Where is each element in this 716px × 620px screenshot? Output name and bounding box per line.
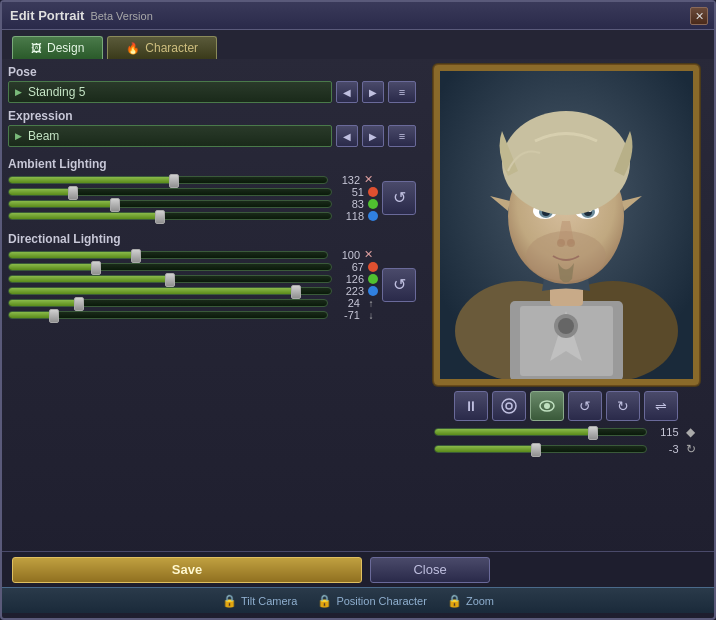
window-subtitle: Beta Version	[90, 10, 152, 22]
dir-icon-1: ✕	[364, 248, 378, 261]
dir-track-5[interactable]	[8, 299, 328, 307]
pose-next-button[interactable]: ▶	[362, 81, 384, 103]
ambient-slider-3: 83	[8, 198, 378, 210]
dir-track-6[interactable]	[8, 311, 328, 319]
portrait-slider-area: 115 ◆ -3 ↻	[434, 425, 699, 459]
ambient-value-3: 83	[336, 198, 364, 210]
ambient-track-4[interactable]	[8, 212, 332, 220]
window-title: Edit Portrait	[10, 8, 84, 23]
pose-value: Standing 5	[28, 85, 85, 99]
tilt-camera-label: Tilt Camera	[241, 595, 297, 607]
undo-portrait-button[interactable]: ↺	[568, 391, 602, 421]
expression-section: Expression Beam ◀ ▶ ≡	[8, 109, 416, 147]
dir-track-2[interactable]	[8, 263, 332, 271]
dir-track-4[interactable]	[8, 287, 332, 295]
ambient-reset-button[interactable]: ↺	[382, 181, 416, 215]
zoom-status-icon: 🔒	[447, 594, 462, 608]
status-tilt-camera: 🔒 Tilt Camera	[222, 594, 297, 608]
zoom-track[interactable]	[434, 428, 647, 436]
ambient-value-2: 51	[336, 186, 364, 198]
position-character-label: Position Character	[336, 595, 427, 607]
position-character-icon: 🔒	[317, 594, 332, 608]
ambient-lighting-label: Ambient Lighting	[8, 157, 416, 171]
ambient-track-2[interactable]	[8, 188, 332, 196]
pose-prev-button[interactable]: ◀	[336, 81, 358, 103]
ambient-lighting-section: Ambient Lighting 132 ✕	[8, 157, 416, 222]
ambient-dot-green	[368, 199, 378, 209]
dir-dot-red	[368, 262, 378, 272]
expression-next-button[interactable]: ▶	[362, 125, 384, 147]
dir-value-2: 67	[336, 261, 364, 273]
dir-value-3: 126	[336, 273, 364, 285]
ambient-dot-red	[368, 187, 378, 197]
ambient-slider-4: 118	[8, 210, 378, 222]
zoom-value: 115	[651, 426, 679, 438]
tab-design[interactable]: 🖼 Design	[12, 36, 103, 59]
close-label: Close	[413, 562, 446, 577]
rotate-value: -3	[651, 443, 679, 455]
dir-value-4: 223	[336, 285, 364, 297]
pause-button[interactable]: ⏸	[454, 391, 488, 421]
ambient-track-1[interactable]	[8, 176, 328, 184]
title-bar: Edit Portrait Beta Version ✕	[2, 2, 714, 30]
zoom-slider-row: 115 ◆	[434, 425, 699, 439]
expression-label: Expression	[8, 109, 416, 123]
close-bottom-button[interactable]: Close	[370, 557, 490, 583]
ambient-value-4: 118	[336, 210, 364, 222]
main-window: Edit Portrait Beta Version ✕ 🖼 Design 🔥 …	[0, 0, 716, 620]
dir-value-6: -71	[332, 309, 360, 321]
redo-portrait-button[interactable]: ↻	[606, 391, 640, 421]
save-label: Save	[172, 562, 202, 577]
dir-track-1[interactable]	[8, 251, 328, 259]
expression-dropdown[interactable]: Beam	[8, 125, 332, 147]
design-tab-label: Design	[47, 41, 84, 55]
tab-bar: 🖼 Design 🔥 Character	[2, 30, 714, 59]
dir-slider-5: 24 ↑	[8, 297, 378, 309]
status-position-character: 🔒 Position Character	[317, 594, 427, 608]
dir-arrow-down-icon: ↓	[364, 310, 378, 321]
rotate-icon: ↻	[683, 442, 699, 456]
rotate-track[interactable]	[434, 445, 647, 453]
svg-point-21	[502, 399, 516, 413]
ambient-icon-1: ✕	[364, 173, 378, 186]
save-button[interactable]: Save	[12, 557, 362, 583]
dir-dot-green	[368, 274, 378, 284]
expression-prev-button[interactable]: ◀	[336, 125, 358, 147]
svg-point-22	[506, 403, 512, 409]
zoom-icon: ◆	[683, 425, 699, 439]
directional-lighting-label: Directional Lighting	[8, 232, 416, 246]
pose-dropdown[interactable]: Standing 5	[8, 81, 332, 103]
dir-slider-3: 126	[8, 273, 378, 285]
tab-character[interactable]: 🔥 Character	[107, 36, 217, 59]
status-zoom: 🔒 Zoom	[447, 594, 494, 608]
expression-control-row: Beam ◀ ▶ ≡	[8, 125, 416, 147]
dir-slider-2: 67	[8, 261, 378, 273]
ambient-lighting-controls: 132 ✕ 51	[8, 173, 416, 222]
orbit-button[interactable]	[492, 391, 526, 421]
close-button[interactable]: ✕	[690, 7, 708, 25]
svg-point-20	[502, 111, 630, 215]
expression-value: Beam	[28, 129, 59, 143]
dir-slider-6: -71 ↓	[8, 309, 378, 321]
right-panel: ⏸ ↺ ↻ ⇌	[424, 65, 708, 545]
ambient-slider-1: 132 ✕	[8, 173, 378, 186]
pose-list-button[interactable]: ≡	[388, 81, 416, 103]
swap-button[interactable]: ⇌	[644, 391, 678, 421]
ambient-sliders: 132 ✕ 51	[8, 173, 378, 222]
pose-control-row: Standing 5 ◀ ▶ ≡	[8, 81, 416, 103]
expression-list-button[interactable]: ≡	[388, 125, 416, 147]
svg-point-24	[544, 403, 550, 409]
directional-lighting-controls: 100 ✕ 67	[8, 248, 416, 321]
ambient-track-3[interactable]	[8, 200, 332, 208]
pose-section: Pose Standing 5 ◀ ▶ ≡	[8, 65, 416, 103]
design-tab-icon: 🖼	[31, 42, 42, 54]
dir-value-5: 24	[332, 297, 360, 309]
dir-arrow-up-icon: ↑	[364, 298, 378, 309]
portrait-controls: ⏸ ↺ ↻ ⇌	[454, 391, 678, 421]
eye-button[interactable]	[530, 391, 564, 421]
dir-track-3[interactable]	[8, 275, 332, 283]
directional-reset-button[interactable]: ↺	[382, 268, 416, 302]
tilt-camera-icon: 🔒	[222, 594, 237, 608]
dir-value-1: 100	[332, 249, 360, 261]
pose-label: Pose	[8, 65, 416, 79]
